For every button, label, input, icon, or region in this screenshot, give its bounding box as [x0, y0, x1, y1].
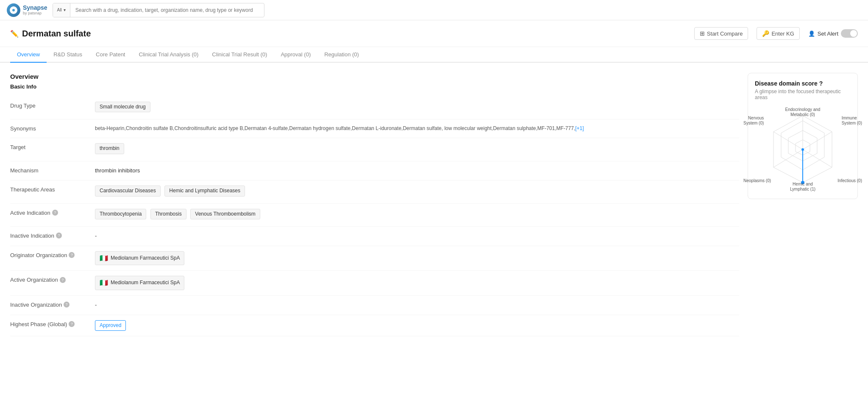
- tab-clinical-trial-analysis[interactable]: Clinical Trial Analysis (0): [132, 47, 205, 63]
- logo: Synapse by patsnap: [7, 3, 47, 17]
- drug-type-row: Drug Type Small molecule drug: [10, 97, 739, 119]
- synonyms-label: Synonyms: [10, 125, 95, 132]
- indication-tag-thrombocytopenia: Thrombocytopenia: [95, 209, 146, 219]
- set-alert-label: Set Alert: [818, 30, 838, 37]
- enter-kg-label: Enter KG: [771, 30, 794, 37]
- active-indication-row: Active Indication ? Thrombocytopenia Thr…: [10, 204, 739, 227]
- set-alert-area: 👤 Set Alert: [808, 29, 858, 38]
- target-tag: thrombin: [95, 143, 124, 154]
- active-org-value: 🇮🇹 Mediolanum Farmaceutici SpA: [95, 276, 739, 290]
- target-row: Target thrombin: [10, 138, 739, 161]
- indication-tag-thrombosis: Thrombosis: [150, 209, 186, 219]
- inactive-indication-value: -: [95, 232, 739, 241]
- therapeutic-area-tag-cardiovascular: Cardiovascular Diseases: [95, 186, 161, 196]
- target-label: Target: [10, 143, 95, 150]
- mechanism-value: thrombin inhibitors: [95, 166, 739, 175]
- main-content: Overview Basic Info Drug Type Small mole…: [0, 63, 868, 346]
- domain-label-endocrinology: Endocrinology andMetabolic (0): [785, 107, 821, 117]
- therapeutic-areas-row: Therapeutic Areas Cardiovascular Disease…: [10, 180, 739, 203]
- highest-phase-tag: Approved: [95, 320, 126, 331]
- tab-approval[interactable]: Approval (0): [274, 47, 317, 63]
- kg-icon: 🔑: [762, 30, 769, 37]
- search-input[interactable]: [70, 7, 264, 13]
- active-org-flag-icon: 🇮🇹: [100, 277, 108, 288]
- active-indication-help-icon[interactable]: ?: [52, 210, 58, 216]
- basic-info-title: Basic Info: [10, 83, 739, 90]
- active-org-tag: 🇮🇹 Mediolanum Farmaceutici SpA: [95, 276, 184, 290]
- synonyms-row: Synonyms beta-Heparin,Chondroitin sulfat…: [10, 119, 739, 138]
- domain-label-hemic: Hemic andLymphatic (1): [790, 182, 815, 192]
- drug-name: Dermatan sulfate: [22, 29, 91, 39]
- logo-name: Synapse: [23, 5, 47, 11]
- logo-sub: by patsnap: [23, 11, 47, 15]
- filter-label: All: [57, 8, 62, 12]
- domain-label-immune: ImmuneSystem (0): [842, 116, 862, 126]
- drug-name-area: ✏️ Dermatan sulfate: [10, 29, 91, 39]
- nav-tabs: Overview R&D Status Core Patent Clinical…: [0, 47, 868, 63]
- highest-phase-value: Approved: [95, 320, 739, 331]
- inactive-org-help-icon[interactable]: ?: [64, 302, 70, 308]
- active-org-row: Active Organization ? 🇮🇹 Mediolanum Farm…: [10, 271, 739, 296]
- search-bar[interactable]: All ▾: [53, 3, 264, 17]
- domain-card-subtitle: A glimpse into the focused therapeutic a…: [755, 89, 851, 100]
- mechanism-label: Mechanism: [10, 166, 95, 174]
- originator-org-label: Originator Organization ?: [10, 251, 95, 258]
- highest-phase-help-icon[interactable]: ?: [69, 321, 75, 327]
- active-org-label: Active Organization ?: [10, 276, 95, 283]
- domain-label-infectious: Infectious (0): [837, 178, 862, 183]
- overview-title: Overview: [10, 73, 739, 80]
- drug-actions: ⊞ Start Compare 🔑 Enter KG 👤 Set Alert: [694, 27, 858, 40]
- inactive-indication-help-icon[interactable]: ?: [56, 233, 62, 238]
- synonyms-value: beta-Heparin,Chondroitin sulfate B,Chond…: [95, 125, 739, 133]
- inactive-org-row: Inactive Organization ? -: [10, 296, 739, 315]
- highest-phase-label: Highest Phase (Global) ?: [10, 320, 95, 327]
- active-indication-label: Active Indication ?: [10, 209, 95, 216]
- drug-title-bar: ✏️ Dermatan sulfate ⊞ Start Compare 🔑 En…: [0, 20, 868, 47]
- tab-regulation[interactable]: Regulation (0): [317, 47, 366, 63]
- therapeutic-area-tag-hemic: Hemic and Lymphatic Diseases: [164, 186, 245, 196]
- disease-domain-panel: Disease domain score ? A glimpse into th…: [748, 73, 858, 336]
- compare-icon: ⊞: [700, 30, 705, 37]
- inactive-indication-label: Inactive Indication ?: [10, 232, 95, 239]
- inactive-org-value: -: [95, 301, 739, 310]
- therapeutic-areas-label: Therapeutic Areas: [10, 186, 95, 193]
- originator-org-help-icon[interactable]: ?: [69, 252, 75, 258]
- inactive-indication-row: Inactive Indication ? -: [10, 227, 739, 246]
- chevron-down-icon: ▾: [64, 8, 66, 12]
- tab-core-patent[interactable]: Core Patent: [89, 47, 132, 63]
- active-org-help-icon[interactable]: ?: [60, 277, 66, 283]
- filter-dropdown[interactable]: All ▾: [53, 3, 70, 17]
- domain-label-neoplasms: Neoplasms (0): [743, 178, 771, 183]
- alert-icon: 👤: [808, 30, 815, 37]
- logo-icon: [7, 3, 20, 17]
- edit-icon[interactable]: ✏️: [10, 30, 19, 38]
- alert-toggle[interactable]: [841, 29, 858, 38]
- target-value: thrombin: [95, 143, 739, 155]
- therapeutic-areas-value: Cardiovascular Diseases Hemic and Lympha…: [95, 186, 739, 198]
- domain-title-text: Disease domain score: [755, 80, 818, 87]
- domain-help-icon[interactable]: ?: [819, 80, 823, 87]
- org-flag-icon: 🇮🇹: [100, 253, 108, 264]
- tab-clinical-trial-result[interactable]: Clinical Trial Result (0): [205, 47, 274, 63]
- start-compare-button[interactable]: ⊞ Start Compare: [694, 27, 748, 40]
- drug-type-value: Small molecule drug: [95, 102, 739, 114]
- originator-org-tag: 🇮🇹 Mediolanum Farmaceutici SpA: [95, 251, 184, 266]
- indication-tag-venous: Venous Thromboembolism: [190, 209, 260, 219]
- tab-overview[interactable]: Overview: [10, 47, 47, 63]
- top-bar: Synapse by patsnap All ▾: [0, 0, 868, 20]
- tab-rd-status[interactable]: R&D Status: [47, 47, 89, 63]
- enter-kg-button[interactable]: 🔑 Enter KG: [757, 27, 799, 40]
- domain-label-nervous: NervousSystem (0): [743, 116, 764, 126]
- active-indication-value: Thrombocytopenia Thrombosis Venous Throm…: [95, 209, 739, 221]
- drug-type-label: Drug Type: [10, 102, 95, 109]
- highest-phase-row: Highest Phase (Global) ? Approved: [10, 315, 739, 336]
- originator-org-row: Originator Organization ? 🇮🇹 Mediolanum …: [10, 246, 739, 271]
- domain-card: Disease domain score ? A glimpse into th…: [748, 73, 858, 199]
- inactive-org-label: Inactive Organization ?: [10, 301, 95, 308]
- radar-chart: .hex-line { stroke: #ddd; stroke-width: …: [756, 107, 849, 192]
- svg-point-12: [801, 148, 804, 151]
- originator-org-value: 🇮🇹 Mediolanum Farmaceutici SpA: [95, 251, 739, 266]
- start-compare-label: Start Compare: [707, 30, 743, 37]
- synonyms-more-link[interactable]: [+1]: [575, 125, 584, 131]
- drug-type-tag: Small molecule drug: [95, 102, 150, 112]
